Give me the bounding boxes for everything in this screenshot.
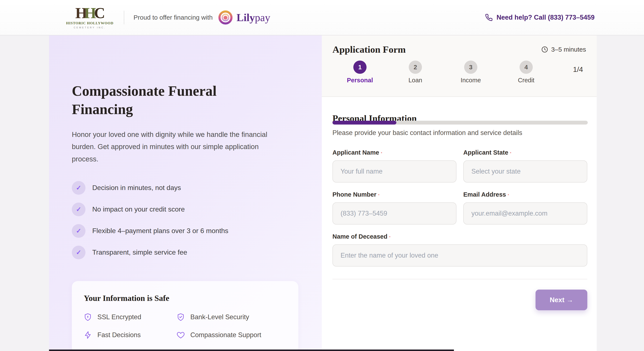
safe-item-bank: Bank-Level Security (177, 313, 286, 321)
safe-item-fast: Fast Decisions (84, 331, 177, 339)
fields-grid: Applicant Name* Applicant State* Phone N… (332, 149, 587, 266)
hhc-logo-letters: HHC (75, 6, 104, 20)
section-subtitle: Please provide your basic contact inform… (332, 129, 587, 137)
field-applicant-name: Applicant Name* (332, 149, 456, 183)
lilypay-icon (218, 10, 233, 25)
hero-title: Compassionate Funeral Financing (72, 82, 264, 119)
safe-item-label: Fast Decisions (98, 331, 141, 339)
state-select[interactable] (463, 160, 587, 183)
step-income[interactable]: 3 Income (451, 61, 490, 84)
bottom-fold-strip (49, 349, 454, 351)
required-asterisk: * (389, 236, 390, 239)
step-label: Personal (347, 77, 373, 84)
benefit-item: ✓ Decision in minutes, not days (72, 181, 300, 195)
check-circle-icon: ✓ (72, 181, 86, 195)
benefit-label: No impact on your credit score (92, 205, 185, 213)
field-label: Email Address (463, 191, 506, 198)
step-credit[interactable]: 4 Credit (507, 61, 546, 84)
safe-card-grid: SSL Encrypted Bank-Level Security Fast D… (84, 313, 286, 339)
shield-lock-icon (84, 313, 92, 321)
benefit-item: ✓ Flexible 4–payment plans over 3 or 6 m… (72, 224, 300, 238)
form-title: Application Form (332, 44, 406, 55)
progress-bar (332, 121, 588, 125)
safe-item-label: SSL Encrypted (98, 313, 141, 321)
header-divider (124, 11, 124, 24)
safe-item-ssl: SSL Encrypted (84, 313, 177, 321)
phone-input[interactable] (332, 202, 456, 225)
benefit-item: ✓ No impact on your credit score (72, 203, 300, 216)
clock-icon (541, 46, 548, 53)
benefit-label: Flexible 4–payment plans over 3 or 6 mon… (92, 227, 228, 235)
safe-item-support: Compassionate Support (177, 331, 286, 339)
hhc-logo[interactable]: HHC HISTORIC HOLLYWOOD CEMETERY INC. (66, 6, 114, 29)
duration-badge: 3–5 minutes (541, 46, 586, 53)
deceased-name-input[interactable] (332, 244, 587, 266)
progress-fill (332, 121, 396, 125)
top-header: HHC HISTORIC HOLLYWOOD CEMETERY INC. Pro… (0, 0, 644, 35)
form-body: Personal Information Please provide your… (322, 97, 597, 310)
step-label: Loan (408, 77, 422, 84)
benefits-list: ✓ Decision in minutes, not days ✓ No imp… (72, 181, 300, 259)
phone-icon (485, 14, 493, 21)
benefit-item: ✓ Transparent, simple service fee (72, 246, 300, 259)
partner-text: Proud to offer financing with (134, 14, 213, 21)
field-email-address: Email Address* (463, 191, 587, 225)
benefit-label: Decision in minutes, not days (92, 184, 181, 192)
form-footer: Next → (332, 279, 587, 310)
step-personal[interactable]: 1 Personal (340, 61, 379, 84)
step-circle: 4 (520, 61, 533, 74)
required-asterisk: * (378, 194, 379, 197)
step-circle: 3 (464, 61, 477, 74)
field-label: Applicant Name (332, 149, 379, 156)
required-asterisk: * (508, 194, 509, 197)
lilypay-logo[interactable]: Lilypay (218, 10, 270, 25)
safe-card-title: Your Information is Safe (84, 293, 286, 303)
check-circle-icon: ✓ (72, 203, 86, 216)
form-header: Application Form 3–5 minutes 1 Personal … (322, 35, 597, 97)
help-phone-text: Need help? Call (833) 773–5459 (496, 14, 594, 21)
step-label: Income (460, 77, 481, 84)
benefit-label: Transparent, simple service fee (92, 248, 187, 256)
field-label: Name of Deceased (332, 233, 388, 240)
hhc-logo-name: HISTORIC HOLLYWOOD (66, 21, 114, 25)
next-button[interactable]: Next → (536, 290, 587, 310)
information-safe-card: Your Information is Safe SSL Encrypted B… (72, 281, 298, 351)
lilypay-wordmark: Lilypay (236, 11, 270, 24)
field-label: Phone Number (332, 191, 376, 198)
application-form-panel: Application Form 3–5 minutes 1 Personal … (322, 35, 597, 351)
duration-text: 3–5 minutes (551, 46, 586, 53)
step-circle: 1 (353, 61, 366, 74)
safe-item-label: Compassionate Support (190, 331, 261, 339)
safe-item-label: Bank-Level Security (190, 313, 249, 321)
required-asterisk: * (381, 152, 382, 155)
step-circle: 2 (409, 61, 422, 74)
field-name-of-deceased: Name of Deceased* (332, 233, 587, 266)
hero-description: Honor your loved one with dignity while … (72, 128, 287, 165)
bolt-icon (84, 331, 92, 339)
step-label: Credit (518, 77, 534, 84)
shield-check-icon (177, 313, 185, 321)
step-counter: 1/4 (573, 65, 583, 74)
main-content: Compassionate Funeral Financing Honor yo… (0, 35, 644, 351)
step-loan[interactable]: 2 Loan (396, 61, 435, 84)
check-circle-icon: ✓ (72, 224, 86, 238)
hero-panel: Compassionate Funeral Financing Honor yo… (49, 35, 322, 351)
check-circle-icon: ✓ (72, 246, 86, 259)
heart-icon (177, 331, 185, 339)
hhc-logo-subname: CEMETERY INC. (74, 26, 106, 29)
email-input[interactable] (463, 202, 587, 225)
applicant-name-input[interactable] (332, 160, 456, 183)
field-phone-number: Phone Number* (332, 191, 456, 225)
help-phone-link[interactable]: Need help? Call (833) 773–5459 (485, 14, 594, 21)
stepper: 1 Personal 2 Loan 3 Income 4 Credit (340, 61, 562, 84)
field-applicant-state: Applicant State* (463, 149, 587, 183)
required-asterisk: * (510, 152, 511, 155)
field-label: Applicant State (463, 149, 508, 156)
